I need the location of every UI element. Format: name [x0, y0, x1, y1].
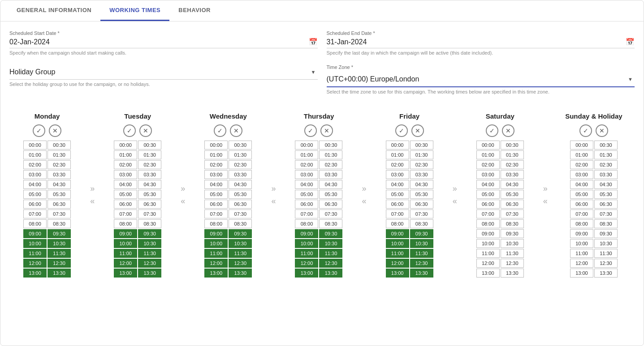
time-cell-monday-0100[interactable]: 01:00 — [23, 150, 47, 159]
time-cell-monday-0000[interactable]: 00:00 — [23, 141, 47, 150]
time-cell-sunday-holiday-0830[interactable]: 08:30 — [594, 219, 618, 228]
copy-forward-btn-tuesday[interactable]: » — [181, 184, 185, 194]
time-cell-thursday-1130[interactable]: 11:30 — [319, 249, 342, 258]
time-cell-thursday-1030[interactable]: 10:30 — [319, 239, 342, 248]
time-cell-wednesday-0200[interactable]: 02:00 — [204, 160, 228, 169]
time-cell-wednesday-0100[interactable]: 01:00 — [204, 150, 228, 159]
time-cell-saturday-1200[interactable]: 12:00 — [476, 259, 500, 268]
time-cell-saturday-0500[interactable]: 05:00 — [476, 190, 500, 199]
time-cell-friday-0930[interactable]: 09:30 — [410, 229, 433, 238]
copy-backward-btn-tuesday[interactable]: « — [181, 196, 185, 206]
time-cell-tuesday-0000[interactable]: 00:00 — [114, 141, 137, 150]
time-cell-wednesday-0130[interactable]: 01:30 — [229, 150, 252, 159]
time-cell-monday-0630[interactable]: 06:30 — [48, 200, 71, 209]
time-cell-wednesday-0730[interactable]: 07:30 — [229, 209, 252, 218]
time-cell-thursday-0300[interactable]: 03:00 — [295, 170, 318, 179]
time-cell-monday-0700[interactable]: 07:00 — [23, 209, 47, 218]
time-cell-friday-0000[interactable]: 00:00 — [386, 141, 409, 150]
copy-backward-btn-wednesday[interactable]: « — [271, 196, 276, 206]
time-cell-saturday-1030[interactable]: 10:30 — [501, 239, 524, 248]
time-cell-thursday-0100[interactable]: 01:00 — [295, 150, 318, 159]
time-cell-thursday-0430[interactable]: 04:30 — [319, 180, 342, 189]
time-cell-saturday-0630[interactable]: 06:30 — [501, 200, 524, 209]
time-cell-friday-0030[interactable]: 00:30 — [410, 141, 433, 150]
time-cell-sunday-holiday-0200[interactable]: 02:00 — [570, 160, 593, 169]
time-cell-wednesday-0000[interactable]: 00:00 — [204, 141, 228, 150]
time-cell-sunday-holiday-0630[interactable]: 06:30 — [594, 200, 618, 209]
time-cell-wednesday-1230[interactable]: 12:30 — [229, 259, 252, 268]
time-cell-friday-0830[interactable]: 08:30 — [410, 219, 433, 228]
time-cell-sunday-holiday-0400[interactable]: 04:00 — [570, 180, 593, 189]
time-cell-saturday-0330[interactable]: 03:30 — [501, 170, 524, 179]
time-cell-thursday-0800[interactable]: 08:00 — [295, 219, 318, 228]
clear-all-btn-saturday[interactable]: ✕ — [502, 124, 514, 137]
time-cell-friday-0800[interactable]: 08:00 — [386, 219, 409, 228]
time-cell-sunday-holiday-0700[interactable]: 07:00 — [570, 209, 593, 218]
time-cell-tuesday-0130[interactable]: 01:30 — [138, 150, 161, 159]
time-cell-friday-0600[interactable]: 06:00 — [386, 200, 409, 209]
time-cell-tuesday-0300[interactable]: 03:00 — [114, 170, 137, 179]
check-all-btn-saturday[interactable]: ✓ — [486, 124, 498, 137]
time-cell-friday-0330[interactable]: 03:30 — [410, 170, 433, 179]
time-cell-wednesday-0530[interactable]: 05:30 — [229, 190, 252, 199]
time-cell-friday-1000[interactable]: 10:00 — [386, 239, 409, 248]
clear-all-btn-monday[interactable]: ✕ — [49, 124, 61, 137]
time-cell-sunday-holiday-0430[interactable]: 04:30 — [594, 180, 618, 189]
time-cell-monday-1100[interactable]: 11:00 — [23, 249, 47, 258]
check-all-btn-friday[interactable]: ✓ — [395, 124, 408, 137]
time-cell-sunday-holiday-1200[interactable]: 12:00 — [570, 259, 593, 268]
time-cell-wednesday-0030[interactable]: 00:30 — [229, 141, 252, 150]
time-cell-friday-0200[interactable]: 02:00 — [386, 160, 409, 169]
time-cell-monday-1000[interactable]: 10:00 — [23, 239, 47, 248]
time-cell-tuesday-0500[interactable]: 05:00 — [114, 190, 137, 199]
time-cell-saturday-0430[interactable]: 04:30 — [501, 180, 524, 189]
time-cell-thursday-0930[interactable]: 09:30 — [319, 229, 342, 238]
time-cell-tuesday-0600[interactable]: 06:00 — [114, 200, 137, 209]
time-cell-tuesday-1200[interactable]: 12:00 — [114, 259, 137, 268]
time-cell-wednesday-1030[interactable]: 10:30 — [229, 239, 252, 248]
clear-all-btn-wednesday[interactable]: ✕ — [230, 124, 242, 137]
time-cell-tuesday-1030[interactable]: 10:30 — [138, 239, 161, 248]
time-cell-wednesday-0300[interactable]: 03:00 — [204, 170, 228, 179]
time-cell-friday-0530[interactable]: 05:30 — [410, 190, 433, 199]
time-cell-wednesday-0800[interactable]: 08:00 — [204, 219, 228, 228]
time-cell-monday-1200[interactable]: 12:00 — [23, 259, 47, 268]
time-cell-friday-0400[interactable]: 04:00 — [386, 180, 409, 189]
time-cell-sunday-holiday-1000[interactable]: 10:00 — [570, 239, 593, 248]
time-cell-sunday-holiday-0230[interactable]: 02:30 — [594, 160, 618, 169]
time-cell-wednesday-0700[interactable]: 07:00 — [204, 209, 228, 218]
time-cell-thursday-1200[interactable]: 12:00 — [295, 259, 318, 268]
time-cell-wednesday-0500[interactable]: 05:00 — [204, 190, 228, 199]
time-cell-thursday-1000[interactable]: 10:00 — [295, 239, 318, 248]
time-cell-tuesday-0230[interactable]: 02:30 — [138, 160, 161, 169]
time-cell-saturday-0100[interactable]: 01:00 — [476, 150, 500, 159]
copy-forward-btn-monday[interactable]: » — [90, 184, 95, 194]
time-cell-tuesday-1330[interactable]: 13:30 — [138, 269, 161, 278]
time-cell-friday-0730[interactable]: 07:30 — [410, 209, 433, 218]
time-cell-monday-0200[interactable]: 02:00 — [23, 160, 47, 169]
time-cell-saturday-0800[interactable]: 08:00 — [476, 219, 500, 228]
time-cell-tuesday-0800[interactable]: 08:00 — [114, 219, 137, 228]
time-cell-monday-0730[interactable]: 07:30 — [48, 209, 71, 218]
time-cell-friday-1300[interactable]: 13:00 — [386, 269, 409, 278]
time-cell-sunday-holiday-0530[interactable]: 05:30 — [594, 190, 618, 199]
time-cell-monday-0030[interactable]: 00:30 — [48, 141, 71, 150]
time-cell-tuesday-0330[interactable]: 03:30 — [138, 170, 161, 179]
time-cell-friday-1330[interactable]: 13:30 — [410, 269, 433, 278]
time-cell-monday-1030[interactable]: 10:30 — [48, 239, 71, 248]
time-cell-friday-0500[interactable]: 05:00 — [386, 190, 409, 199]
time-cell-thursday-0730[interactable]: 07:30 — [319, 209, 342, 218]
time-cell-monday-0930[interactable]: 09:30 — [48, 229, 71, 238]
time-cell-friday-0630[interactable]: 06:30 — [410, 200, 433, 209]
time-cell-saturday-1000[interactable]: 10:00 — [476, 239, 500, 248]
time-cell-saturday-0200[interactable]: 02:00 — [476, 160, 500, 169]
time-cell-monday-0830[interactable]: 08:30 — [48, 219, 71, 228]
time-cell-thursday-0030[interactable]: 00:30 — [319, 141, 342, 150]
holiday-group-select[interactable]: Holiday Group — [9, 64, 318, 80]
time-cell-monday-0330[interactable]: 03:30 — [48, 170, 71, 179]
time-cell-friday-0430[interactable]: 04:30 — [410, 180, 433, 189]
check-all-btn-tuesday[interactable]: ✓ — [123, 124, 136, 137]
copy-backward-btn-thursday[interactable]: « — [362, 196, 367, 206]
time-cell-wednesday-1330[interactable]: 13:30 — [229, 269, 252, 278]
time-cell-friday-0130[interactable]: 01:30 — [410, 150, 433, 159]
